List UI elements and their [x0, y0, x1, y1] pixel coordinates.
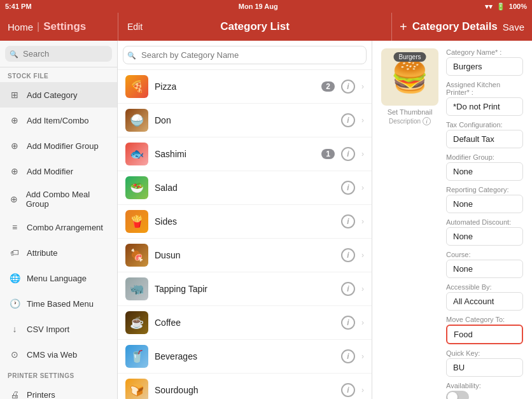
cat-name-tapping-tapir: Tapping Tapir [155, 284, 335, 294]
info-circle-icon: i [423, 117, 431, 125]
cat-info-tapping-tapir[interactable]: i [341, 282, 355, 296]
category-search-input[interactable] [123, 46, 367, 64]
globe-icon: 🌐 [8, 271, 22, 285]
availability-label: Availability: [446, 382, 523, 389]
availability-toggle[interactable] [446, 391, 469, 399]
save-button[interactable]: Save [503, 22, 524, 32]
add-button[interactable]: + [400, 20, 407, 34]
sidebar-item-attribute[interactable]: 🏷 Attribute [0, 240, 117, 265]
move-category-input[interactable] [446, 325, 523, 344]
download-icon: ↓ [8, 322, 22, 336]
quick-key-label: Quick Key: [446, 349, 523, 357]
sidebar-item-printers[interactable]: 🖨 Printers [0, 382, 117, 399]
cat-item-sourdough[interactable]: 🍞 Sourdough i › [118, 374, 372, 399]
cat-item-don[interactable]: 🍚 Don i › [118, 104, 372, 137]
cat-item-salad[interactable]: 🥗 Salad i › [118, 171, 372, 205]
details-form: Burgers 🍔 Set Thumbnail Description i Ca… [372, 41, 532, 399]
cat-thumb-sides: 🍟 [125, 210, 148, 233]
cat-name-pizza: Pizza [155, 81, 315, 92]
settings-label: Settings [43, 20, 86, 33]
quick-key-input[interactable] [446, 358, 523, 377]
cat-item-tapping-tapir[interactable]: 🦏 Tapping Tapir i › [118, 272, 372, 306]
cat-thumb-salad: 🥗 [125, 176, 148, 199]
reporting-category-input[interactable] [446, 195, 523, 213]
cat-info-sashimi[interactable]: i [341, 147, 355, 161]
cat-thumb-pizza: 🍕 [125, 75, 148, 98]
wifi-icon: ▾▾ [485, 3, 493, 11]
cat-chevron-don: › [361, 116, 364, 125]
cat-item-beverages[interactable]: 🥤 Beverages i › [118, 340, 372, 374]
tax-config-input[interactable] [446, 130, 523, 148]
cat-info-dusun[interactable]: i [341, 248, 355, 262]
sidebar-search-input[interactable] [5, 46, 112, 62]
automated-discount-input[interactable] [446, 227, 523, 246]
cat-item-pizza[interactable]: 🍕 Pizza 2 i › [118, 70, 372, 104]
cat-info-sourdough[interactable]: i [341, 383, 355, 397]
sidebar-item-menu-language[interactable]: 🌐 Menu Language [0, 265, 117, 291]
nav-bar: Home | Settings Edit Category List + Cat… [0, 13, 532, 41]
cat-name-beverages: Beverages [155, 351, 335, 361]
sidebar-label-cms-via-web: CMS via Web [27, 350, 77, 360]
details-panel: Burgers 🍔 Set Thumbnail Description i Ca… [372, 41, 532, 399]
cat-chevron-coffee: › [361, 318, 364, 327]
sidebar-item-csv-import[interactable]: ↓ CSV Import [0, 316, 117, 342]
cat-thumb-dusun: 🍖 [125, 244, 148, 267]
category-details-title: Category Details [412, 20, 498, 33]
edit-button[interactable]: Edit [127, 22, 143, 32]
sidebar-item-time-based-menu[interactable]: 🕐 Time Based Menu [0, 291, 117, 316]
kitchen-printer-input[interactable] [446, 97, 523, 116]
sidebar-label-combo-arrangement: Combo Arrangement [27, 223, 103, 232]
category-name-label: Category Name* : [446, 48, 523, 56]
cat-badge-pizza: 2 [321, 81, 335, 92]
details-form-fields: Category Name* : Assigned Kitchen Printe… [446, 48, 523, 399]
clock-icon: 🕐 [8, 297, 22, 311]
cat-info-coffee[interactable]: i [341, 316, 355, 330]
sidebar-item-combo-arrangement[interactable]: ≡ Combo Arrangement [0, 214, 117, 240]
tax-config-label: Tax Configuration: [446, 121, 523, 129]
sidebar-label-attribute: Attribute [27, 248, 57, 258]
printer-icon: 🖨 [8, 388, 22, 399]
sidebar-item-cms-via-web[interactable]: ⊙ CMS via Web [0, 342, 117, 367]
cat-chevron-salad: › [361, 183, 364, 192]
cat-chevron-dusun: › [361, 251, 364, 260]
cat-item-sashimi[interactable]: 🐟 Sashimi 1 i › [118, 137, 372, 171]
cat-info-beverages[interactable]: i [341, 349, 355, 363]
main-layout: STOCK FILE ⊞ Add Category ⊕ Add Item/Com… [0, 41, 532, 399]
cat-item-sides[interactable]: 🍟 Sides i › [118, 205, 372, 239]
modifier-group-input[interactable] [446, 162, 523, 181]
description-label: Description i [389, 117, 431, 125]
sidebar-item-add-combo-meal-group[interactable]: ⊕ Add Combo Meal Group [0, 184, 117, 214]
sidebar-label-add-combo-meal-group: Add Combo Meal Group [26, 190, 109, 209]
cat-info-salad[interactable]: i [341, 181, 355, 195]
sidebar-label-add-modifier-group: Add Modifier Group [27, 141, 99, 151]
sidebar-item-add-modifier[interactable]: ⊕ Add Modifier [0, 158, 117, 184]
accessible-by-input[interactable] [446, 292, 523, 311]
category-panel: 🍕 Pizza 2 i › 🍚 Don i › 🐟 Sashimi 1 i › [118, 41, 372, 399]
cat-item-coffee[interactable]: ☕ Coffee i › [118, 306, 372, 340]
cat-thumb-sourdough: 🍞 [125, 379, 148, 399]
list-icon: ≡ [8, 220, 22, 234]
status-right: ▾▾ 🔋 100% [485, 3, 527, 11]
cat-name-sashimi: Sashimi [155, 149, 315, 159]
cat-info-don[interactable]: i [341, 113, 355, 127]
home-button[interactable]: Home [8, 22, 33, 32]
burger-thumbnail: Burgers 🍔 [381, 48, 438, 106]
sidebar-label-time-based-menu: Time Based Menu [27, 299, 94, 309]
cat-info-pizza[interactable]: i [341, 80, 355, 94]
sidebar-item-add-category[interactable]: ⊞ Add Category [0, 82, 117, 108]
category-name-input[interactable] [446, 57, 523, 76]
category-search-container [118, 41, 372, 70]
sidebar-item-add-modifier-group[interactable]: ⊕ Add Modifier Group [0, 133, 117, 158]
cat-chevron-tapping-tapir: › [361, 284, 364, 293]
burger-thumb-label: Burgers [393, 52, 426, 62]
cat-item-dusun[interactable]: 🍖 Dusun i › [118, 239, 372, 272]
status-date: Mon 19 Aug [239, 3, 278, 10]
set-thumbnail-button[interactable]: Set Thumbnail [388, 108, 433, 116]
nav-home-section: Home | Settings [0, 13, 118, 41]
sidebar: STOCK FILE ⊞ Add Category ⊕ Add Item/Com… [0, 41, 118, 399]
sidebar-item-add-item-combo[interactable]: ⊕ Add Item/Combo [0, 108, 117, 133]
sidebar-label-menu-language: Menu Language [27, 274, 87, 283]
course-input[interactable] [446, 260, 523, 278]
cat-info-sides[interactable]: i [341, 214, 355, 228]
web-icon: ⊙ [8, 347, 22, 361]
